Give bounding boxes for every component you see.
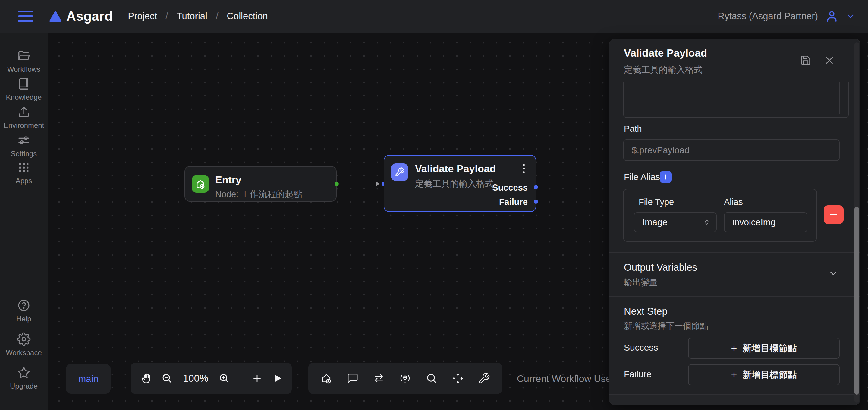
swap-arrows-icon[interactable] bbox=[373, 372, 385, 384]
live-location-icon[interactable] bbox=[399, 372, 411, 384]
breadcrumb-separator: / bbox=[216, 11, 218, 22]
plus-icon: + bbox=[731, 343, 737, 354]
home-plus-icon bbox=[195, 178, 206, 189]
output-variables-expand-chevron-icon[interactable] bbox=[828, 268, 838, 279]
sidebar-item-workflows[interactable]: Workflows bbox=[0, 49, 48, 74]
add-target-label: 新增目標節點 bbox=[742, 342, 797, 354]
breadcrumb-tutorial[interactable]: Tutorial bbox=[177, 11, 207, 22]
node-menu-kebab-icon[interactable] bbox=[523, 164, 525, 173]
branch-label: main bbox=[78, 374, 98, 384]
breadcrumb-collection[interactable]: Collection bbox=[227, 11, 268, 22]
menu-hamburger-icon[interactable] bbox=[18, 10, 33, 22]
topbar: Asgard Project / Tutorial / Collection R… bbox=[0, 0, 868, 33]
diamonds-icon[interactable] bbox=[452, 372, 464, 384]
add-success-target-button[interactable]: + 新增目標節點 bbox=[688, 338, 840, 359]
sidebar-item-workspace[interactable]: Workspace bbox=[0, 332, 48, 357]
workflow-usage-status: Current Workflow Used bbox=[517, 373, 616, 384]
validate-node-icon bbox=[391, 164, 408, 181]
run-icon[interactable] bbox=[273, 373, 283, 383]
entry-output-port[interactable] bbox=[335, 182, 339, 186]
app-root: Entry Node: 工作流程的起點 Validate Payload 定義工… bbox=[0, 0, 868, 410]
sidebar-item-label: Apps bbox=[16, 177, 32, 185]
output-variables-subtitle: 輸出變量 bbox=[624, 277, 658, 288]
entry-node[interactable]: Entry Node: 工作流程的起點 bbox=[184, 166, 337, 202]
pan-hand-icon[interactable] bbox=[141, 372, 153, 384]
failure-output-port[interactable] bbox=[534, 200, 538, 204]
comment-icon[interactable] bbox=[347, 372, 359, 384]
help-circle-icon bbox=[17, 298, 31, 312]
success-output-port[interactable] bbox=[534, 185, 538, 189]
next-step-failure-label: Failure bbox=[624, 369, 652, 379]
star-icon bbox=[17, 366, 31, 380]
plus-icon bbox=[662, 173, 670, 181]
file-type-selected-value: Image bbox=[642, 217, 667, 227]
path-label: Path bbox=[624, 124, 642, 134]
breadcrumb-project[interactable]: Project bbox=[128, 11, 157, 22]
file-alias-row-group: File Type Alias Image bbox=[623, 189, 817, 242]
sidebar-item-apps[interactable]: Apps bbox=[0, 160, 48, 185]
brand-name: Asgard bbox=[66, 9, 113, 24]
edge-arrowhead bbox=[375, 181, 380, 186]
remove-file-alias-button[interactable] bbox=[824, 205, 844, 224]
sidebar-item-label: Workspace bbox=[6, 349, 42, 357]
zoom-out-icon[interactable] bbox=[161, 373, 173, 384]
add-entry-node-icon[interactable] bbox=[320, 372, 333, 384]
add-file-alias-button[interactable] bbox=[660, 171, 672, 183]
sidebar-item-settings[interactable]: Settings bbox=[0, 133, 48, 158]
file-type-select[interactable]: Image bbox=[634, 212, 717, 232]
close-button[interactable] bbox=[824, 55, 835, 66]
account-name: Rytass (Asgard Partner) bbox=[718, 11, 818, 22]
zoom-toolbar: 100% bbox=[130, 363, 292, 394]
sidebar-item-knowledge[interactable]: Knowledge bbox=[0, 77, 48, 101]
next-step-success-label: Success bbox=[624, 343, 658, 353]
entry-node-icon bbox=[192, 175, 209, 193]
path-input[interactable] bbox=[632, 145, 831, 155]
branch-button[interactable]: main bbox=[66, 364, 111, 394]
sidebar-item-environment[interactable]: Environment bbox=[0, 105, 48, 129]
zoom-in-icon[interactable] bbox=[218, 373, 230, 384]
section-divider bbox=[610, 252, 860, 253]
validate-payload-node[interactable]: Validate Payload 定義工具的輸入格式 Success Failu… bbox=[384, 155, 536, 212]
edge-entry-to-validate bbox=[338, 184, 378, 184]
next-step-subtitle: 新增或選擇下一個節點 bbox=[624, 320, 708, 332]
breadcrumb-separator: / bbox=[165, 11, 168, 22]
output-variables-title: Output Variables bbox=[624, 262, 697, 273]
sidebar-item-help[interactable]: Help bbox=[0, 298, 48, 323]
schema-textarea[interactable] bbox=[624, 82, 848, 117]
entry-node-title: Entry bbox=[215, 174, 241, 186]
failure-port-label: Failure bbox=[499, 197, 528, 207]
alias-input[interactable] bbox=[733, 217, 799, 227]
sidebar-item-label: Environment bbox=[4, 121, 44, 129]
panel-scrollbar-thumb[interactable] bbox=[855, 207, 859, 394]
add-target-label: 新增目標節點 bbox=[742, 369, 797, 381]
entry-node-subtitle: Node: 工作流程的起點 bbox=[215, 188, 302, 201]
add-icon[interactable] bbox=[252, 373, 262, 384]
sidebar-item-label: Knowledge bbox=[6, 93, 42, 101]
zoom-level[interactable]: 100% bbox=[181, 373, 210, 384]
sidebar-item-upgrade[interactable]: Upgrade bbox=[0, 366, 48, 390]
wrench-tool-icon[interactable] bbox=[478, 372, 490, 384]
brand-logo[interactable]: Asgard bbox=[49, 9, 113, 24]
panel-footer bbox=[610, 394, 860, 405]
upload-icon bbox=[17, 105, 31, 119]
schema-textarea-clipped bbox=[623, 82, 849, 118]
textarea-scrollbar[interactable] bbox=[839, 82, 840, 114]
folder-icon bbox=[17, 49, 31, 63]
success-port-label: Success bbox=[492, 183, 528, 193]
sidebar-item-label: Workflows bbox=[7, 65, 40, 74]
section-divider bbox=[610, 296, 860, 297]
close-icon bbox=[824, 55, 835, 66]
canvas-tools-toolbar bbox=[308, 363, 502, 394]
gear-icon bbox=[17, 332, 31, 346]
plus-icon: + bbox=[731, 369, 737, 381]
node-config-panel: Validate Payload 定義工具的輸入格式 Path input::p… bbox=[609, 39, 861, 405]
book-icon bbox=[17, 77, 31, 91]
chevron-down-icon[interactable] bbox=[846, 11, 855, 21]
validate-node-subtitle: 定義工具的輸入格式 bbox=[415, 178, 494, 190]
user-icon[interactable] bbox=[825, 10, 838, 23]
add-failure-target-button[interactable]: + 新增目標節點 bbox=[688, 364, 840, 385]
save-button[interactable] bbox=[800, 55, 811, 66]
search-icon[interactable] bbox=[426, 372, 438, 384]
file-type-column-header: File Type bbox=[639, 197, 674, 207]
wrench-icon bbox=[395, 167, 405, 177]
